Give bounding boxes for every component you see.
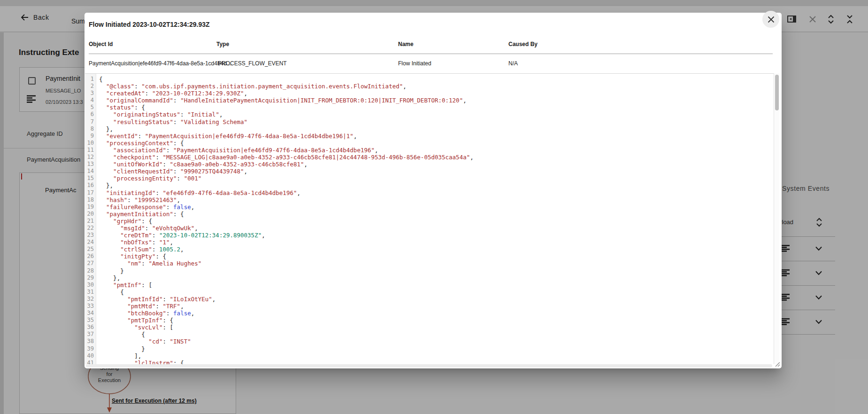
line-number: 36 <box>85 324 94 331</box>
code-line: "resultingStatus": "Validating Schema" <box>99 118 774 125</box>
line-number: 12 <box>85 154 94 161</box>
line-number: 23 <box>85 232 94 239</box>
line-number: 13 <box>85 161 94 168</box>
code-line: "grpHdr": { <box>99 218 774 225</box>
code-line: "failureResponse": false, <box>99 203 774 211</box>
column-header-name: Name <box>398 41 414 47</box>
code-line: }, <box>99 125 774 133</box>
line-number: 22 <box>85 225 94 232</box>
line-number: 41 <box>85 359 94 364</box>
code-line: "status": { <box>99 104 774 111</box>
code-line: "pmtInf": [ <box>99 281 774 289</box>
code-line: { <box>99 76 774 83</box>
line-number: 31 <box>85 289 94 296</box>
line-number: 29 <box>85 274 94 281</box>
vertical-scrollbar-thumb[interactable] <box>775 75 779 110</box>
dialog-close-button[interactable] <box>762 11 779 28</box>
code-line: "checkpoint": "MESSAGE_LOG|c8aae9a0-a0eb… <box>99 154 774 161</box>
line-number: 4 <box>85 97 94 104</box>
code-line: "createdAt": "2023-10-02T12:34:29.930Z", <box>99 90 774 97</box>
line-number: 39 <box>85 345 94 352</box>
code-line: "processingContext": { <box>99 140 774 147</box>
cell-type: PROCESS_FLOW_EVENT <box>218 60 287 67</box>
vertical-scrollbar[interactable] <box>774 73 779 364</box>
line-number: 2 <box>85 83 94 90</box>
code-line: "pmtInfId": "ILoIxOtYEu", <box>99 296 774 303</box>
line-number: 17 <box>85 189 94 196</box>
line-number: 28 <box>85 267 94 274</box>
line-number: 18 <box>85 196 94 203</box>
code-line: "pmtMtd": "TRF", <box>99 303 774 310</box>
line-number: 6 <box>85 111 94 118</box>
code-line: "lclInstrm": { <box>99 359 774 364</box>
code-line: "initiatingId": "efe46fd9-47f6-4daa-8e5a… <box>99 189 774 196</box>
cell-caused-by: N/A <box>508 60 518 67</box>
line-number: 26 <box>85 253 94 260</box>
line-number: 40 <box>85 352 94 359</box>
table-header-divider <box>89 54 773 54</box>
app-root: { "colors": { "string": "#a53030", "numb… <box>0 0 868 414</box>
line-number: 25 <box>85 246 94 253</box>
line-number: 27 <box>85 260 94 267</box>
code-line: } <box>99 345 774 352</box>
code-line: { <box>99 289 774 296</box>
code-line: "btchBookg": false, <box>99 310 774 317</box>
line-number: 21 <box>85 218 94 225</box>
code-line: "hash": "1999521463", <box>99 196 774 203</box>
line-number: 20 <box>85 211 94 218</box>
json-payload-viewer[interactable]: 1234567891011121314151617181920212223242… <box>85 73 774 364</box>
code-line: "msgId": "eVohtqOwUk", <box>99 225 774 232</box>
close-icon <box>768 16 775 23</box>
code-line: "eventId": "PaymentAcquisition|efe46fd9-… <box>99 133 774 140</box>
code-line: } <box>99 267 774 274</box>
line-number: 1 <box>85 76 94 83</box>
line-number: 14 <box>85 168 94 175</box>
line-number-gutter: 1234567891011121314151617181920212223242… <box>85 74 96 364</box>
line-number: 8 <box>85 125 94 133</box>
code-line: "ctrlSum": 1005.2, <box>99 246 774 253</box>
line-number: 9 <box>85 133 94 140</box>
code-line: }, <box>99 182 774 189</box>
line-number: 3 <box>85 90 94 97</box>
code-line: "nm": "Amelia Hughes" <box>99 260 774 267</box>
code-line: "svcLvl": [ <box>99 324 774 331</box>
dialog-title: Flow Initiated 2023-10-02T12:34:29.93Z <box>89 21 210 28</box>
code-line: "originatingStatus": "Initial", <box>99 111 774 118</box>
code-line: "originalCommandId": "HandleInitiatePaym… <box>99 97 774 104</box>
column-header-caused-by: Caused By <box>508 41 538 47</box>
code-line: "clientRequestId": "9990275TQ4439748", <box>99 168 774 175</box>
line-number: 37 <box>85 331 94 338</box>
code-line: "pmtTpInf": { <box>99 317 774 324</box>
code-line: "processingEntity": "001" <box>99 175 774 182</box>
cell-name: Flow Initiated <box>398 60 431 67</box>
line-number: 15 <box>85 175 94 182</box>
line-number: 33 <box>85 303 94 310</box>
line-number: 10 <box>85 140 94 147</box>
code-line: "cd": "INST" <box>99 338 774 345</box>
line-number: 5 <box>85 104 94 111</box>
line-number: 7 <box>85 118 94 125</box>
line-number: 16 <box>85 182 94 189</box>
code-line: "associationId": "PaymentAcquisition|efe… <box>99 147 774 154</box>
code-line: "nbOfTxs": "1", <box>99 239 774 246</box>
cell-object-id: PaymentAcquisition|efe46fd9-47f6-4daa-8e… <box>89 60 231 67</box>
line-number: 30 <box>85 281 94 289</box>
json-code[interactable]: { "@class": "com.ubs.ipf.payments.initia… <box>96 74 774 364</box>
code-line: }, <box>99 274 774 281</box>
resize-handle-icon[interactable] <box>774 360 780 367</box>
line-number: 32 <box>85 296 94 303</box>
line-number: 35 <box>85 317 94 324</box>
code-line: "initgPty": { <box>99 253 774 260</box>
line-number: 19 <box>85 203 94 211</box>
line-number: 34 <box>85 310 94 317</box>
code-line: ], <box>99 352 774 359</box>
code-line: "unitOfWorkId": "c8aae9a0-a0eb-4352-a933… <box>99 161 774 168</box>
event-detail-dialog: Flow Initiated 2023-10-02T12:34:29.93Z O… <box>84 13 782 368</box>
code-line: "paymentInitiation": { <box>99 211 774 218</box>
horizontal-scrollbar[interactable] <box>86 364 772 367</box>
column-header-type: Type <box>216 41 229 47</box>
line-number: 11 <box>85 147 94 154</box>
code-line: { <box>99 331 774 338</box>
column-header-object-id: Object Id <box>89 41 113 47</box>
line-number: 38 <box>85 338 94 345</box>
